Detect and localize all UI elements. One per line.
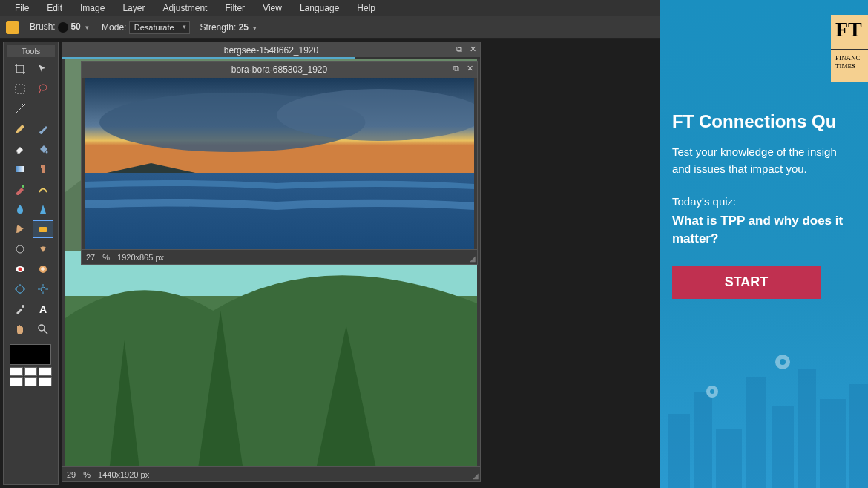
svg-point-2 (46, 151, 48, 154)
svg-text:A: A (39, 303, 47, 315)
mode-dropdown[interactable]: Desaturate (129, 21, 190, 34)
city-silhouette-icon (660, 325, 868, 488)
tool-redeye[interactable] (10, 260, 30, 278)
ad-quiz-question: What is TPP and why does it matter? (672, 212, 856, 248)
workspace: bergsee-1548662_1920 ⧉ ✕ (59, 39, 708, 488)
ad-quiz-label: Today's quiz: (672, 195, 856, 208)
tool-burn[interactable] (33, 240, 53, 258)
resize-grip-icon[interactable]: ◢ (470, 254, 476, 263)
svg-rect-29 (798, 369, 816, 488)
palette-swatch[interactable] (24, 367, 38, 376)
menu-file[interactable]: File (6, 1, 38, 16)
caret-down-icon[interactable]: ▾ (251, 24, 259, 32)
svg-rect-28 (772, 406, 794, 488)
doc-titlebar[interactable]: bora-bora-685303_1920 ⧉ ✕ (82, 62, 477, 78)
menu-adjustment[interactable]: Adjustment (154, 1, 216, 16)
tool-hand[interactable] (10, 320, 30, 338)
svg-point-1 (39, 85, 47, 90)
svg-point-14 (22, 305, 24, 308)
tool-lasso[interactable] (33, 80, 53, 98)
tool-draw[interactable] (33, 180, 53, 198)
tool-blur[interactable] (10, 200, 30, 218)
svg-rect-0 (16, 85, 24, 93)
palette-swatch[interactable] (24, 377, 38, 386)
doc-canvas[interactable] (85, 78, 474, 249)
palette-swatch[interactable] (39, 377, 52, 386)
doc-title: bora-bora-685303_1920 (231, 65, 327, 75)
tool-clone[interactable] (33, 160, 53, 178)
menu-filter[interactable]: Filter (216, 1, 254, 16)
tool-brush[interactable] (33, 120, 53, 138)
svg-rect-3 (16, 166, 24, 172)
palette-swatch[interactable] (39, 367, 52, 376)
dimensions: 1440x1920 px (98, 470, 149, 479)
tool-gradient[interactable] (10, 160, 30, 178)
document-bora-bora[interactable]: bora-bora-685303_1920 ⧉ ✕ (81, 61, 478, 265)
menu-image[interactable]: Image (71, 1, 114, 16)
tool-smudge[interactable] (10, 220, 30, 238)
palette-swatch[interactable] (10, 367, 23, 376)
tool-move[interactable] (33, 60, 53, 78)
menu-edit[interactable]: Edit (38, 1, 71, 16)
tool-sponge[interactable] (33, 220, 53, 238)
svg-rect-26 (716, 429, 742, 488)
tools-title: Tools (7, 45, 55, 57)
svg-point-8 (16, 245, 24, 253)
color-swatches (7, 341, 55, 389)
brush-control[interactable]: Brush: 50 ▾ (30, 22, 91, 33)
zoom-value: 29 (67, 470, 76, 479)
doc-statusbar: 29 % 1440x1920 px ◢ (62, 466, 480, 481)
svg-rect-7 (39, 227, 47, 232)
menu-help[interactable]: Help (348, 1, 384, 16)
ad-body: Test your knowledge of the insigh and is… (672, 144, 856, 177)
tool-eraser[interactable] (10, 140, 30, 158)
svg-rect-5 (42, 168, 45, 173)
foreground-color[interactable] (10, 344, 51, 365)
svg-rect-24 (668, 414, 690, 488)
tool-pencil[interactable] (10, 120, 30, 138)
tool-dodge[interactable] (10, 240, 30, 258)
mode-control: Mode: Desaturate (102, 22, 190, 33)
tool-type[interactable]: A (33, 300, 53, 318)
maximize-icon[interactable]: ⧉ (455, 44, 464, 53)
svg-rect-27 (746, 377, 766, 488)
tool-zoom[interactable] (33, 320, 53, 338)
tool-wand[interactable] (10, 100, 30, 118)
tool-pinch[interactable] (33, 280, 53, 298)
doc-statusbar: 27 % 1920x865 px ◢ (82, 249, 477, 264)
tool-marquee[interactable] (10, 80, 30, 98)
tool-bucket[interactable] (33, 140, 53, 158)
zoom-value: 27 (86, 253, 95, 262)
tool-eyedropper[interactable] (10, 300, 30, 318)
svg-rect-30 (820, 399, 846, 488)
close-icon[interactable]: ✕ (468, 44, 477, 53)
ad-start-button[interactable]: START (672, 266, 821, 299)
menu-view[interactable]: View (254, 1, 291, 16)
svg-point-12 (16, 286, 24, 293)
tool-spot-heal[interactable] (33, 260, 53, 278)
tools-panel: Tools A (3, 42, 59, 485)
ft-logo: FT FINANC TIMES (831, 15, 868, 82)
menu-language[interactable]: Language (291, 1, 348, 16)
doc-titlebar[interactable]: bergsee-1548662_1920 ⧉ ✕ (62, 42, 480, 59)
maximize-icon[interactable]: ⧉ (452, 64, 461, 73)
tool-sharpen[interactable] (33, 200, 53, 218)
svg-rect-31 (849, 384, 868, 488)
resize-grip-icon[interactable]: ◢ (473, 472, 479, 480)
tool-replace-color[interactable] (10, 180, 30, 198)
caret-down-icon[interactable]: ▾ (83, 24, 91, 31)
dimensions: 1920x865 px (117, 253, 164, 262)
close-icon[interactable]: ✕ (465, 64, 474, 73)
tool-crop[interactable] (10, 60, 30, 78)
menu-layer[interactable]: Layer (114, 1, 154, 16)
palette-swatch[interactable] (10, 377, 23, 386)
brush-preview-icon (58, 22, 68, 33)
svg-point-10 (19, 268, 22, 271)
svg-point-22 (277, 89, 474, 141)
tool-bloat[interactable] (10, 280, 30, 298)
tool-indicator-icon (6, 21, 19, 34)
doc-title: bergsee-1548662_1920 (224, 45, 318, 56)
strength-control: Strength: 25 ▾ (200, 22, 260, 33)
svg-point-6 (22, 185, 24, 188)
tool-empty1 (33, 100, 53, 118)
